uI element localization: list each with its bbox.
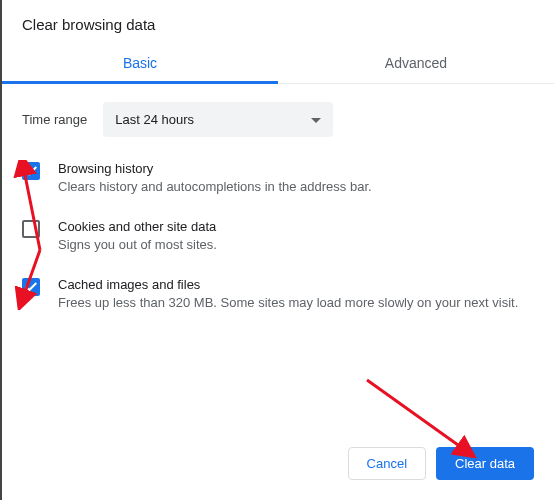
clear-data-button[interactable]: Clear data (436, 447, 534, 480)
button-label: Clear data (455, 456, 515, 471)
option-text: Cookies and other site data Signs you ou… (58, 219, 217, 255)
dialog-content: Time range Last 24 hours Browsing histor… (2, 84, 554, 345)
svg-line-2 (367, 380, 472, 455)
checkbox-cookies[interactable] (22, 220, 40, 238)
clear-browsing-data-dialog: Clear browsing data Basic Advanced Time … (2, 0, 554, 345)
option-desc: Clears history and autocompletions in th… (58, 178, 372, 197)
time-range-row: Time range Last 24 hours (22, 102, 534, 137)
time-range-label: Time range (22, 112, 87, 127)
checkbox-cached[interactable] (22, 278, 40, 296)
option-title: Browsing history (58, 161, 372, 176)
time-range-select[interactable]: Last 24 hours (103, 102, 333, 137)
option-desc: Frees up less than 320 MB. Some sites ma… (58, 294, 518, 313)
checkbox-browsing-history[interactable] (22, 162, 40, 180)
cancel-button[interactable]: Cancel (348, 447, 426, 480)
dropdown-caret-icon (311, 112, 321, 127)
option-cached: Cached images and files Frees up less th… (22, 277, 534, 313)
tab-bar: Basic Advanced (2, 43, 554, 84)
button-label: Cancel (367, 456, 407, 471)
option-cookies: Cookies and other site data Signs you ou… (22, 219, 534, 255)
option-text: Browsing history Clears history and auto… (58, 161, 372, 197)
option-text: Cached images and files Frees up less th… (58, 277, 518, 313)
option-browsing-history: Browsing history Clears history and auto… (22, 161, 534, 197)
time-range-value: Last 24 hours (115, 112, 194, 127)
option-title: Cookies and other site data (58, 219, 217, 234)
dialog-title: Clear browsing data (2, 0, 554, 43)
tab-advanced[interactable]: Advanced (278, 43, 554, 83)
dialog-footer: Cancel Clear data (348, 447, 534, 480)
tab-label: Advanced (385, 55, 447, 71)
tab-label: Basic (123, 55, 157, 71)
option-desc: Signs you out of most sites. (58, 236, 217, 255)
tab-basic[interactable]: Basic (2, 43, 278, 83)
option-title: Cached images and files (58, 277, 518, 292)
